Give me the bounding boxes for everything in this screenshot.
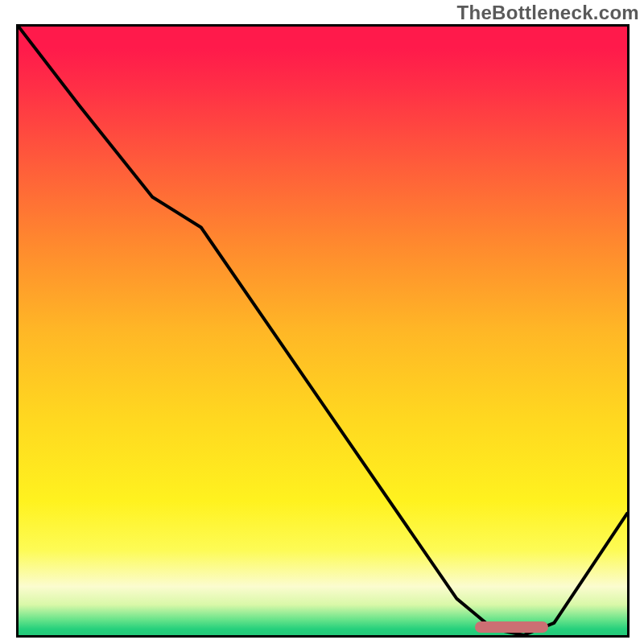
optimal-range-marker [475, 621, 548, 633]
curve-layer [19, 27, 627, 635]
chart-container: TheBottleneck.com [0, 0, 644, 644]
watermark-text: TheBottleneck.com [457, 2, 639, 24]
bottleneck-curve [19, 27, 627, 635]
plot-frame [16, 24, 630, 638]
